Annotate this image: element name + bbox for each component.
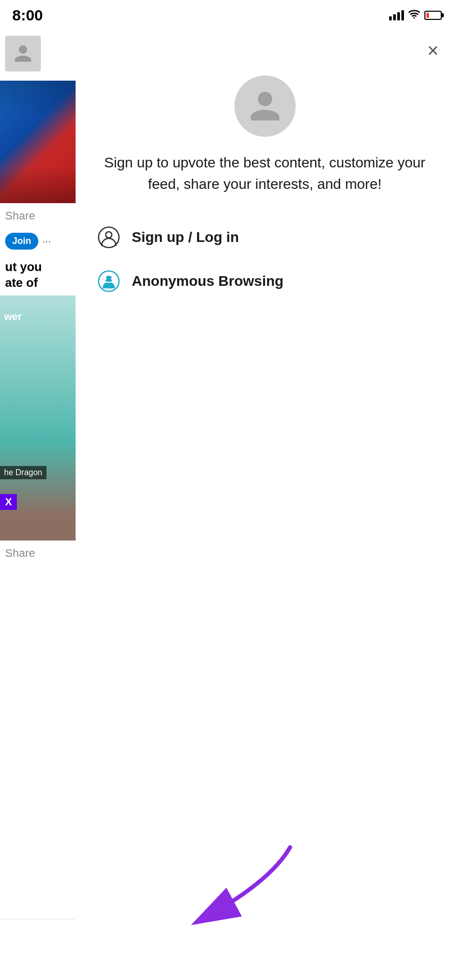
anonymous-browsing-label: Anonymous Browsing	[132, 273, 283, 289]
wifi-icon	[408, 9, 420, 22]
post-image-2: wer he Dragon X	[0, 296, 76, 541]
status-time: 8:00	[12, 7, 43, 24]
overlay-panel: × Sign up to upvote the best content, cu…	[76, 31, 454, 980]
user-avatar-small	[5, 36, 41, 71]
left-panel: Share Join ··· ut youate of wer he Drago…	[0, 0, 76, 980]
post-text-snippet: ut youate of	[0, 254, 76, 296]
anonymous-browsing-button[interactable]: Anonymous Browsing	[96, 259, 434, 303]
overlay-header: ×	[76, 31, 454, 65]
x-tag: X	[0, 494, 17, 510]
battery-icon	[424, 11, 442, 20]
signal-icon	[389, 10, 404, 20]
signup-login-button[interactable]: Sign up / Log in	[96, 215, 434, 259]
signup-message: Sign up to upvote the best content, cust…	[96, 152, 434, 195]
status-bar: 8:00	[0, 0, 454, 31]
share-row-1: Share	[0, 203, 76, 229]
wer-tag: wer	[4, 311, 21, 323]
close-button[interactable]: ×	[427, 41, 439, 60]
share-row-2: Share	[0, 541, 76, 566]
post-image-1	[0, 81, 76, 203]
profile-avatar	[234, 76, 296, 137]
overlay-body: Sign up to upvote the best content, cust…	[76, 65, 454, 980]
anonymous-icon	[96, 268, 122, 294]
left-panel-header	[0, 31, 76, 77]
join-button[interactable]: Join	[5, 233, 38, 250]
dragon-tag: he Dragon	[0, 466, 46, 479]
svg-point-6	[111, 278, 113, 280]
more-options[interactable]: ···	[42, 235, 51, 247]
svg-point-5	[105, 278, 107, 280]
svg-point-0	[414, 17, 415, 19]
status-icons	[389, 9, 442, 22]
svg-point-2	[106, 232, 112, 238]
join-row: Join ···	[0, 229, 76, 254]
signup-login-label: Sign up / Log in	[132, 229, 239, 246]
signup-icon	[96, 225, 122, 250]
